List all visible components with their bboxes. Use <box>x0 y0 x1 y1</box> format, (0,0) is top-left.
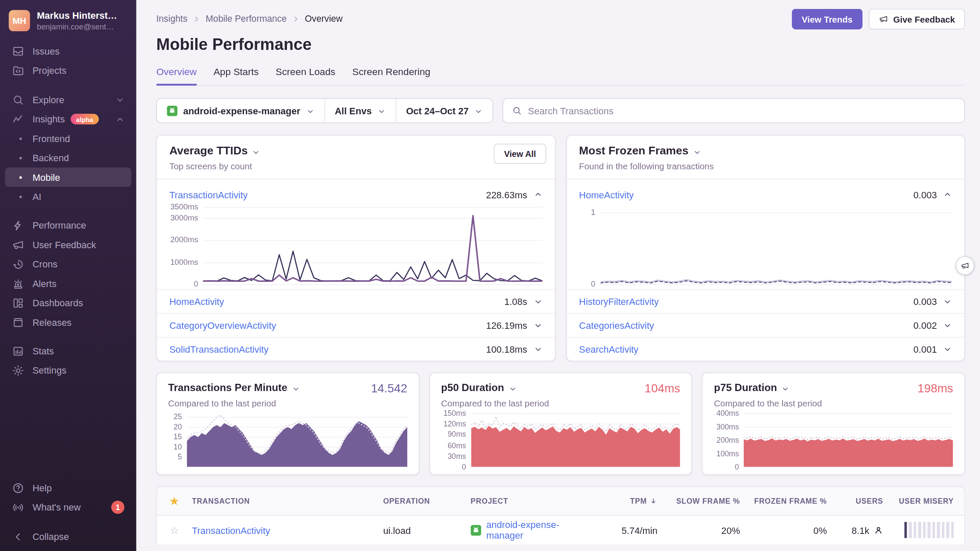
sidebar-item-stats[interactable]: Stats <box>5 341 131 360</box>
sidebar-item-help[interactable]: Help <box>5 478 131 497</box>
chevron-down-icon <box>116 95 125 104</box>
col-project[interactable]: PROJECT <box>471 496 596 505</box>
sidebar-item-user-feedback[interactable]: User Feedback <box>5 235 131 254</box>
chevron-down-icon[interactable] <box>533 297 542 306</box>
environment-filter[interactable]: All Envs <box>324 99 395 123</box>
ttid-row-category-overview: CategoryOverviewActivity 126.19ms <box>157 313 555 337</box>
col-frozen-frame[interactable]: FROZEN FRAME % <box>740 496 827 505</box>
sidebar-item-label: Performance <box>32 220 86 231</box>
col-transaction[interactable]: TRANSACTION <box>192 496 383 505</box>
chevron-down-icon <box>252 147 260 156</box>
sidebar-item-label: Insights <box>32 114 65 125</box>
ttid-row-solid-transaction: SolidTransactionActivity 100.18ms <box>157 337 555 361</box>
chevron-down-icon[interactable] <box>943 321 952 330</box>
sidebar-item-crons[interactable]: Crons <box>5 254 131 273</box>
sidebar-item-issues[interactable]: Issues <box>5 41 131 61</box>
sidebar-item-whats-new[interactable]: What's new 1 <box>5 498 131 517</box>
sidebar-item-label: Issues <box>32 46 60 56</box>
transaction-link[interactable]: HomeActivity <box>579 189 634 200</box>
gear-icon <box>12 364 24 377</box>
tpm-title[interactable]: Transactions Per Minute <box>168 382 300 394</box>
project-link[interactable]: android-expense-manager <box>486 519 595 541</box>
lightning-icon <box>12 219 24 232</box>
chevron-down-icon <box>508 384 516 392</box>
p75-title[interactable]: p75 Duration <box>714 382 789 394</box>
col-slow-frame[interactable]: SLOW FRAME % <box>658 496 740 505</box>
most-frozen-frames-card: Most Frozen Frames Found in the followin… <box>566 135 965 362</box>
tab-bar: Overview App Starts Screen Loads Screen … <box>156 66 965 85</box>
sidebar-item-explore[interactable]: Explore <box>5 90 131 109</box>
sidebar-item-frontend[interactable]: Frontend <box>5 129 131 148</box>
transaction-link[interactable]: HomeActivity <box>169 296 224 307</box>
chevron-down-icon[interactable] <box>943 345 952 354</box>
chevron-left-icon <box>12 531 24 543</box>
sidebar-item-ai[interactable]: AI <box>5 187 131 206</box>
sidebar-item-label: Mobile <box>32 172 60 183</box>
sidebar-item-releases[interactable]: Releases <box>5 313 131 332</box>
alpha-badge: alpha <box>70 114 99 125</box>
sidebar-item-label: Projects <box>32 65 66 75</box>
tpm-chart: 252015105 <box>168 413 407 467</box>
view-trends-button[interactable]: View Trends <box>792 9 862 29</box>
sidebar-item-performance[interactable]: Performance <box>5 216 131 235</box>
sidebar-collapse-button[interactable]: Collapse <box>5 527 131 546</box>
sidebar-item-backend[interactable]: Backend <box>5 148 131 167</box>
star-outline-icon[interactable]: ☆ <box>170 524 179 536</box>
user-menu[interactable]: MH Markus Hinterst… benjamin.coe@sent… <box>0 8 136 41</box>
sidebar-item-projects[interactable]: Projects <box>5 61 131 80</box>
sidebar-item-dashboards[interactable]: Dashboards <box>5 293 131 312</box>
chevron-down-icon[interactable] <box>533 321 542 330</box>
table-row: ☆ TransactionActivity ui.load android-ex… <box>157 516 965 544</box>
chevron-down-icon[interactable] <box>943 297 952 306</box>
search-input[interactable] <box>528 105 956 116</box>
date-range-filter[interactable]: Oct 24–Oct 27 <box>395 99 492 123</box>
col-tpm[interactable]: TPM <box>596 496 658 505</box>
chevron-up-icon[interactable] <box>943 190 952 199</box>
feedback-widget-button[interactable] <box>956 256 974 275</box>
project-filter[interactable]: android-expense-manager <box>157 99 324 123</box>
give-feedback-button[interactable]: Give Feedback <box>869 9 965 29</box>
main-content: Insights Mobile Performance Overview Vie… <box>136 0 980 551</box>
sidebar-item-label: AI <box>32 191 41 202</box>
transaction-link[interactable]: SolidTransactionActivity <box>169 344 269 354</box>
col-user-misery[interactable]: USER MISERY <box>883 496 965 505</box>
search-transactions[interactable] <box>502 98 965 123</box>
transaction-link[interactable]: TransactionActivity <box>169 189 248 200</box>
ttid-expanded-row: TransactionActivity 228.63ms <box>157 180 555 203</box>
megaphone-icon <box>961 261 970 270</box>
user-misery-bars <box>883 522 965 538</box>
col-favorite[interactable]: ★ <box>157 495 192 507</box>
breadcrumb-mobile-performance[interactable]: Mobile Performance <box>206 14 287 23</box>
frozen-row-search: SearchActivity 0.001 <box>567 337 965 361</box>
topbar: Insights Mobile Performance Overview Vie… <box>156 9 965 29</box>
view-all-button[interactable]: View All <box>494 144 546 164</box>
transaction-link[interactable]: HistoryFilterActivity <box>579 296 659 307</box>
transaction-link[interactable]: TransactionActivity <box>192 525 270 535</box>
sidebar-item-label: Collapse <box>32 531 69 542</box>
p75-chart: 400ms300ms200ms100ms0 <box>714 413 953 467</box>
chevron-right-icon <box>192 14 200 23</box>
megaphone-icon <box>879 14 888 24</box>
transaction-link[interactable]: CategoriesActivity <box>579 320 654 331</box>
chevron-down-icon[interactable] <box>533 345 542 354</box>
average-ttids-title[interactable]: Average TTIDs <box>169 145 545 158</box>
chevron-up-icon[interactable] <box>533 190 542 199</box>
p75-value: 198ms <box>917 382 953 395</box>
table-header: ★ TRANSACTION OPERATION PROJECT TPM SLOW… <box>157 487 965 516</box>
transaction-link[interactable]: CategoryOverviewActivity <box>169 320 276 331</box>
tab-screen-loads[interactable]: Screen Loads <box>275 66 335 85</box>
sidebar-item-alerts[interactable]: Alerts <box>5 274 131 293</box>
col-operation[interactable]: OPERATION <box>383 496 470 505</box>
tab-screen-rendering[interactable]: Screen Rendering <box>352 66 430 85</box>
sidebar-item-mobile[interactable]: Mobile <box>5 168 131 187</box>
sidebar-item-settings[interactable]: Settings <box>5 361 131 380</box>
p50-title[interactable]: p50 Duration <box>441 382 516 394</box>
most-frozen-frames-title[interactable]: Most Frozen Frames <box>579 145 954 158</box>
tab-app-starts[interactable]: App Starts <box>214 66 259 85</box>
chevron-down-icon <box>306 107 314 115</box>
transaction-link[interactable]: SearchActivity <box>579 344 638 354</box>
breadcrumb-insights[interactable]: Insights <box>156 14 187 23</box>
tab-overview[interactable]: Overview <box>156 66 197 85</box>
sidebar-item-insights[interactable]: Insights alpha <box>5 109 131 128</box>
col-users[interactable]: USERS <box>827 496 883 505</box>
